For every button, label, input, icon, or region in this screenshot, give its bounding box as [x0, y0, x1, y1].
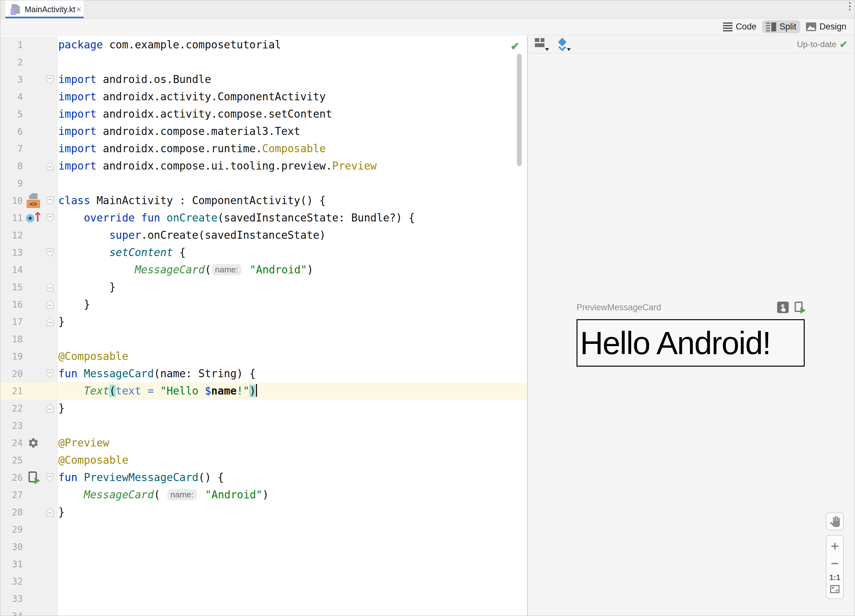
editor-scrollbar[interactable] [517, 54, 522, 166]
line-number[interactable]: 18 [0, 334, 23, 345]
line-number[interactable]: 20 [0, 369, 23, 379]
mode-split-button[interactable]: Split [762, 20, 800, 33]
line-number[interactable]: 11 [0, 213, 23, 224]
code-text[interactable]: MessageCard( name: "Android") [57, 486, 269, 504]
code-text[interactable]: } [57, 504, 65, 521]
run-preview-on-device-icon[interactable] [794, 301, 804, 314]
line-number[interactable]: 19 [0, 351, 23, 362]
code-text[interactable]: } [57, 400, 65, 417]
line-number[interactable]: 15 [0, 282, 23, 293]
code-text[interactable]: @Composable [57, 452, 129, 469]
line-number[interactable]: 3 [0, 74, 23, 85]
layout-inspector-button[interactable] [557, 38, 569, 51]
line-number[interactable]: 33 [0, 593, 23, 604]
fold-marker-icon[interactable] [46, 404, 54, 413]
code-text[interactable]: import androidx.compose.runtime.Composab… [57, 140, 326, 157]
line-number[interactable]: 2 [0, 57, 23, 67]
line-number[interactable]: 29 [0, 524, 23, 535]
fold-marker-icon[interactable] [46, 214, 54, 222]
tab-mainactivity[interactable]: MainActivity.kt × [5, 0, 84, 18]
ui-check-mode-button[interactable] [535, 38, 547, 51]
fold-marker-icon[interactable] [46, 369, 54, 378]
code-text[interactable]: @Preview [57, 434, 109, 452]
code-text[interactable]: @Composable [57, 348, 129, 365]
code-text[interactable] [57, 590, 58, 607]
code-text[interactable] [57, 573, 58, 590]
code-text[interactable]: } [57, 279, 116, 296]
fold-marker-icon[interactable] [46, 300, 54, 309]
code-text[interactable]: import androidx.activity.ComponentActivi… [57, 88, 326, 106]
compose-preview-frame[interactable]: Hello Android! [576, 319, 805, 367]
mode-design-button[interactable]: Design [802, 20, 850, 33]
code-text[interactable]: MessageCard(name: "Android") [57, 261, 313, 279]
code-text[interactable] [57, 538, 58, 555]
fold-marker-icon[interactable] [46, 162, 54, 170]
line-number[interactable]: 31 [0, 559, 23, 570]
code-text[interactable]: fun MessageCard(name: String) { [57, 365, 256, 382]
code-text[interactable]: Text(text = "Hello $name!") [57, 382, 257, 400]
code-text[interactable]: class MainActivity : ComponentActivity()… [57, 192, 326, 209]
line-number[interactable]: 17 [0, 317, 23, 327]
line-number[interactable]: 23 [0, 420, 23, 431]
line-number[interactable]: 26 [0, 472, 23, 483]
code-text[interactable]: } [57, 313, 65, 331]
code-text[interactable] [57, 417, 58, 434]
tab-close-icon[interactable]: × [75, 5, 82, 14]
line-number[interactable]: 10 [0, 196, 23, 206]
code-text[interactable]: import androidx.compose.material3.Text [57, 123, 300, 140]
code-text[interactable]: } [57, 296, 90, 313]
line-number[interactable]: 4 [0, 92, 23, 102]
code-text[interactable] [57, 607, 58, 616]
preview-settings-gear-icon[interactable] [28, 437, 39, 449]
more-options-icon[interactable]: ⋮ [845, 4, 848, 15]
line-number[interactable]: 6 [0, 126, 23, 137]
line-number[interactable]: 8 [0, 161, 23, 172]
line-number[interactable]: 32 [0, 576, 23, 587]
line-number[interactable]: 5 [0, 109, 23, 120]
zoom-out-button[interactable]: − [830, 556, 839, 570]
code-text[interactable] [57, 175, 58, 192]
line-number[interactable]: 30 [0, 542, 23, 552]
code-text[interactable]: override fun onCreate(savedInstanceState… [57, 209, 415, 227]
interactive-preview-icon[interactable] [777, 302, 789, 313]
line-number[interactable]: 1 [0, 40, 23, 50]
fold-marker-icon[interactable] [46, 248, 54, 257]
line-number[interactable]: 7 [0, 144, 23, 154]
line-number[interactable]: 14 [0, 265, 23, 275]
run-preview-icon[interactable] [28, 471, 39, 484]
line-number[interactable]: 24 [0, 438, 23, 448]
zoom-to-fit-button[interactable] [830, 585, 840, 595]
fold-marker-icon[interactable] [46, 508, 54, 516]
line-number[interactable]: 9 [0, 178, 23, 189]
code-editor[interactable]: 1package com.example.composetutorial23im… [0, 35, 527, 616]
fold-marker-icon[interactable] [46, 473, 54, 482]
line-number[interactable]: 16 [0, 299, 23, 310]
code-text[interactable]: import android.os.Bundle [57, 71, 211, 88]
code-text[interactable] [57, 54, 58, 71]
code-text[interactable] [57, 331, 58, 348]
zoom-actual-size-button[interactable]: 1:1 [829, 574, 841, 581]
preview-name-label[interactable]: PreviewMessageCard [576, 303, 661, 313]
line-number[interactable]: 28 [0, 507, 23, 518]
code-text[interactable]: setContent { [57, 244, 185, 261]
inspection-ok-icon[interactable]: ✔ [510, 40, 520, 52]
code-text[interactable] [57, 521, 58, 538]
line-number[interactable]: 25 [0, 455, 23, 466]
code-text[interactable]: super.onCreate(savedInstanceState) [57, 227, 326, 244]
line-number[interactable]: 27 [0, 490, 23, 500]
fold-marker-icon[interactable] [46, 283, 54, 292]
code-text[interactable]: package com.example.composetutorial [57, 36, 281, 54]
overrides-method-icon[interactable]: ↑ [26, 210, 41, 226]
line-number[interactable]: 22 [0, 403, 23, 414]
fold-marker-icon[interactable] [46, 75, 54, 84]
fold-marker-icon[interactable] [46, 196, 54, 205]
code-text[interactable]: import androidx.activity.compose.setCont… [57, 106, 332, 123]
line-number[interactable]: 34 [0, 611, 23, 616]
code-text[interactable]: import androidx.compose.ui.tooling.previ… [57, 157, 377, 175]
line-number[interactable]: 13 [0, 247, 23, 258]
fold-marker-icon[interactable] [46, 318, 54, 326]
mode-code-button[interactable]: Code [719, 20, 760, 33]
line-number[interactable]: 21 [0, 386, 23, 397]
code-text[interactable] [57, 555, 58, 573]
code-text[interactable]: fun PreviewMessageCard() { [57, 469, 224, 486]
